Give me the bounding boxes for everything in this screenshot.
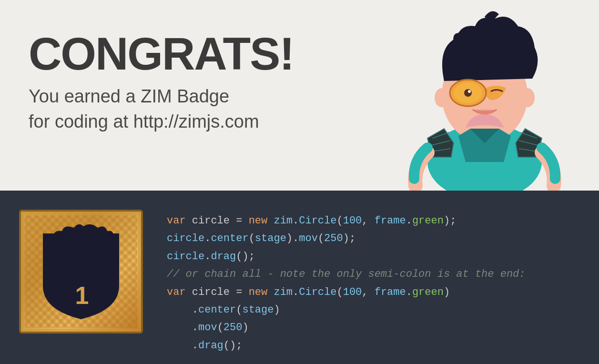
banner-subtitle: You earned a ZIM Badge for coding at htt…	[29, 84, 570, 134]
subtitle-line2: for coding at http://zimjs.com	[29, 111, 259, 131]
congrats-title: CONGRATS!	[29, 29, 570, 79]
code-line-3: circle.drag();	[167, 248, 580, 265]
subtitle-line1: You earned a ZIM Badge	[29, 86, 229, 106]
badge-inner: 1	[21, 212, 141, 332]
code-line-6: .center(stage)	[167, 301, 580, 319]
code-line-5: var circle = new zim.Circle(100, frame.g…	[167, 283, 580, 301]
badge-outer: 1	[19, 210, 143, 334]
code-line-2: circle.center(stage).mov(250);	[167, 230, 580, 247]
badge-container: 1	[19, 210, 143, 334]
code-line-8: .drag();	[167, 337, 580, 354]
top-banner: CONGRATS! You earned a ZIM Badge for cod…	[0, 0, 599, 191]
svg-text:1: 1	[75, 282, 89, 309]
code-line-1: var circle = new zim.Circle(100, frame.g…	[167, 212, 580, 230]
code-line-4: // or chain all - note the only semi-col…	[167, 265, 580, 283]
banner-text: CONGRATS! You earned a ZIM Badge for cod…	[0, 0, 599, 134]
code-line-7: .mov(250)	[167, 319, 580, 336]
code-area: var circle = new zim.Circle(100, frame.g…	[167, 210, 580, 354]
bottom-section: 1 var circle = new zim.Circle(100, frame…	[0, 191, 599, 364]
